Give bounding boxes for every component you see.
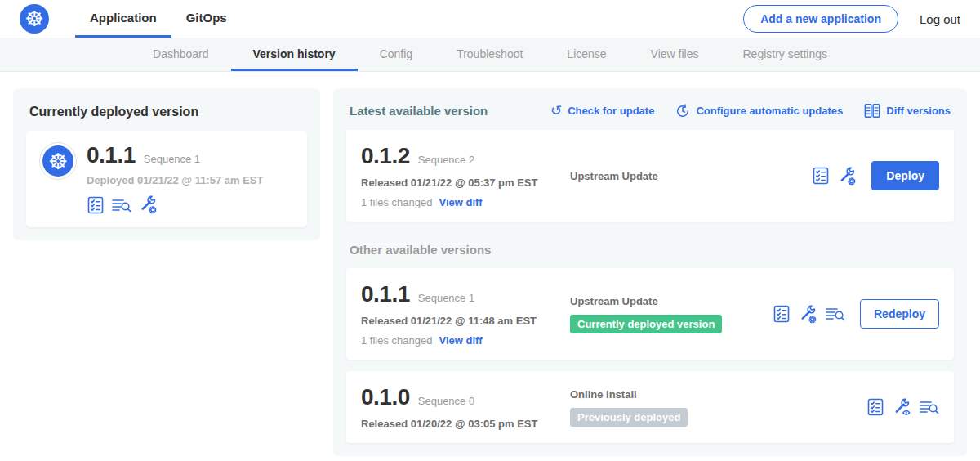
wrench-config-eye-icon[interactable] [893, 398, 911, 417]
released-timestamp: Released 01/21/22 @ 11:48 am EST [361, 315, 570, 327]
check-for-update-label: Check for update [568, 105, 654, 117]
deploy-button[interactable]: Deploy [871, 161, 939, 190]
sequence-label: Sequence 2 [418, 154, 474, 166]
kubernetes-logo-icon: ☸ [42, 145, 74, 177]
topnav-tab-application[interactable]: Application [75, 0, 172, 38]
topnav-tab-gitops-label: GitOps [186, 11, 227, 25]
previously-deployed-badge: Previously deployed [570, 408, 688, 427]
app-icon: ☸ [39, 142, 77, 180]
tab-config[interactable]: Config [358, 38, 434, 71]
tab-config-label: Config [380, 47, 412, 60]
wrench-config-gear-icon[interactable] [799, 305, 817, 324]
currently-deployed-title: Currently deployed version [29, 105, 304, 119]
tab-version-history[interactable]: Version history [231, 38, 358, 71]
configure-automatic-updates-label: Configure automatic updates [696, 105, 843, 117]
version-card-0-1-0: 0.1.0 Sequence 0 Released 01/20/22 @ 03:… [346, 371, 954, 443]
main-content: Currently deployed version ☸ 0.1.1 Seque… [0, 72, 980, 461]
check-for-update-link[interactable]: ↺ Check for update [550, 104, 654, 118]
tab-license-label: License [567, 47, 606, 60]
currently-deployed-badge: Currently deployed version [570, 315, 722, 333]
version-source-label: Upstream Update [570, 170, 812, 182]
sequence-label: Sequence 0 [418, 395, 474, 407]
tab-view-files[interactable]: View files [629, 38, 721, 71]
diff-columns-icon [864, 103, 880, 119]
preflight-checklist-icon[interactable] [773, 305, 791, 323]
diff-versions-link[interactable]: Diff versions [864, 103, 951, 119]
clock-refresh-icon [675, 104, 690, 119]
topnav-spacer [242, 0, 743, 38]
deployed-timestamp: Deployed 01/21/22 @ 11:57 am EST [87, 174, 263, 186]
tab-version-history-label: Version history [253, 47, 336, 60]
version-number: 0.1.1 [361, 281, 410, 307]
version-number: 0.1.0 [361, 384, 410, 410]
tab-troubleshoot[interactable]: Troubleshoot [434, 38, 545, 71]
topnav-tab-gitops[interactable]: GitOps [172, 0, 242, 38]
wrench-config-gear-icon[interactable] [838, 167, 857, 186]
refresh-arrow-icon: ↺ [550, 104, 562, 118]
diff-versions-label: Diff versions [886, 105, 951, 117]
latest-available-version-title: Latest available version [350, 104, 488, 118]
redeploy-button[interactable]: Redeploy [860, 299, 939, 329]
add-application-button[interactable]: Add a new application [743, 5, 898, 33]
version-source-label: Online Install [570, 388, 866, 401]
other-available-versions-title: Other available versions [350, 243, 951, 257]
deployed-version-card: ☸ 0.1.1 Sequence 1 Deployed 01/21/22 @ 1… [26, 131, 307, 227]
sequence-label: Sequence 1 [418, 292, 474, 304]
topnav-tab-application-label: Application [90, 11, 157, 25]
view-diff-link[interactable]: View diff [439, 334, 482, 347]
deploy-logs-icon[interactable] [112, 196, 131, 214]
top-nav: ☸ Application GitOps Add a new applicati… [0, 0, 980, 38]
app-logo: ☸ [20, 0, 49, 38]
version-history-panel: Latest available version ↺ Check for upd… [333, 88, 967, 456]
preflight-checklist-icon[interactable] [87, 196, 105, 214]
files-changed-count: 1 files changed [361, 196, 432, 208]
tab-registry-settings-label: Registry settings [743, 47, 827, 60]
deployed-sequence-label: Sequence 1 [144, 153, 200, 165]
tab-view-files-label: View files [651, 47, 699, 60]
version-source-label: Upstream Update [570, 295, 773, 307]
currently-deployed-panel: Currently deployed version ☸ 0.1.1 Seque… [13, 88, 320, 240]
tab-dashboard-label: Dashboard [153, 47, 209, 60]
released-timestamp: Released 01/21/22 @ 05:37 pm EST [361, 177, 570, 189]
tab-registry-settings[interactable]: Registry settings [721, 38, 849, 71]
tab-troubleshoot-label: Troubleshoot [457, 47, 523, 60]
preflight-checklist-icon[interactable] [866, 398, 884, 416]
version-card-0-1-1: 0.1.1 Sequence 1 Released 01/21/22 @ 11:… [346, 268, 954, 360]
view-diff-link[interactable]: View diff [439, 196, 482, 208]
app-sub-nav: Dashboard Version history Config Trouble… [0, 38, 980, 72]
logout-link[interactable]: Log out [920, 0, 960, 38]
wrench-config-gear-icon[interactable] [139, 195, 158, 214]
released-timestamp: Released 01/20/22 @ 03:05 pm EST [361, 418, 570, 430]
kubernetes-logo-icon: ☸ [20, 4, 49, 34]
preflight-checklist-icon[interactable] [812, 167, 830, 185]
files-changed-count: 1 files changed [361, 334, 432, 347]
deployed-version-number: 0.1.1 [87, 142, 136, 168]
tab-dashboard[interactable]: Dashboard [131, 38, 231, 71]
tab-license[interactable]: License [545, 38, 628, 71]
version-card-0-1-2: 0.1.2 Sequence 2 Released 01/21/22 @ 05:… [346, 130, 954, 222]
deploy-logs-icon[interactable] [826, 305, 845, 323]
version-number: 0.1.2 [361, 143, 410, 169]
deploy-logs-icon[interactable] [920, 398, 939, 416]
configure-automatic-updates-link[interactable]: Configure automatic updates [675, 104, 843, 119]
